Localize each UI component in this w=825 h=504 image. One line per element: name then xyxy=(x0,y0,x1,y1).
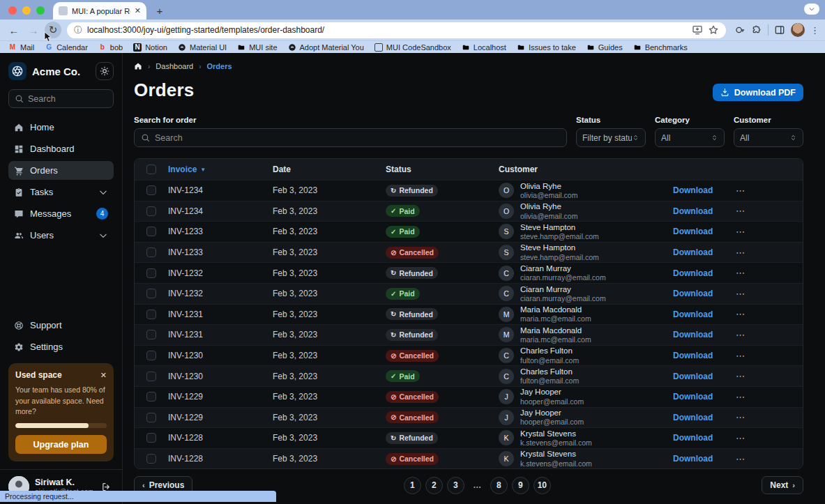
page-button-10[interactable]: 10 xyxy=(533,477,551,494)
row-menu-icon[interactable]: ⋯ xyxy=(726,392,803,402)
row-download-link[interactable]: Download xyxy=(673,372,726,381)
row-checkbox[interactable] xyxy=(146,372,156,381)
browser-menu-icon[interactable]: ⋮ xyxy=(810,25,819,36)
breadcrumb-dashboard[interactable]: Dashboard xyxy=(156,62,193,70)
sidebar-item-home[interactable]: Home xyxy=(8,118,114,137)
sidebar-item-users[interactable]: Users xyxy=(8,226,114,245)
side-panel-icon[interactable] xyxy=(774,24,785,36)
row-download-link[interactable]: Download xyxy=(673,413,726,422)
bookmark-item[interactable]: Localhost xyxy=(462,43,506,52)
download-pdf-button[interactable]: Download PDF xyxy=(713,84,803,101)
row-menu-icon[interactable]: ⋯ xyxy=(726,247,803,258)
company-logo-button[interactable] xyxy=(8,62,27,80)
row-checkbox[interactable] xyxy=(146,268,156,278)
row-checkbox[interactable] xyxy=(146,330,156,339)
page-button-1[interactable]: 1 xyxy=(404,477,421,494)
row-menu-icon[interactable]: ⋯ xyxy=(726,206,803,216)
page-button-3[interactable]: 3 xyxy=(447,477,464,494)
order-search-input[interactable]: Search xyxy=(134,128,567,147)
bookmark-item[interactable]: G Calendar xyxy=(45,43,88,52)
bookmark-item[interactable]: N Notion xyxy=(133,43,167,52)
row-menu-icon[interactable]: ⋯ xyxy=(726,185,803,196)
bookmark-item[interactable]: Benchmarks xyxy=(633,43,688,52)
row-checkbox[interactable] xyxy=(146,392,156,402)
select-all-checkbox[interactable] xyxy=(146,165,156,174)
new-tab-button[interactable]: + xyxy=(152,3,167,18)
row-menu-icon[interactable]: ⋯ xyxy=(726,351,803,361)
status-filter-select[interactable]: Filter by status xyxy=(576,128,646,147)
row-download-link[interactable]: Download xyxy=(673,268,726,278)
row-checkbox[interactable] xyxy=(146,247,156,257)
row-menu-icon[interactable]: ⋯ xyxy=(726,289,803,299)
bookmark-item[interactable]: Issues to take xyxy=(517,43,576,52)
row-download-link[interactable]: Download xyxy=(673,433,726,443)
row-menu-icon[interactable]: ⋯ xyxy=(726,268,803,278)
home-icon[interactable] xyxy=(134,62,142,70)
row-checkbox[interactable] xyxy=(146,227,156,236)
row-checkbox[interactable] xyxy=(146,351,156,360)
close-icon[interactable]: ✕ xyxy=(100,371,107,380)
row-menu-icon[interactable]: ⋯ xyxy=(726,309,803,319)
color-mode-toggle[interactable] xyxy=(96,62,114,80)
extensions-puzzle-icon[interactable] xyxy=(751,24,762,36)
row-checkbox[interactable] xyxy=(146,185,156,195)
customer-filter-select[interactable]: All xyxy=(734,128,803,147)
sidebar-item-messages[interactable]: Messages 4 xyxy=(8,204,114,223)
row-menu-icon[interactable]: ⋯ xyxy=(726,330,803,340)
row-checkbox[interactable] xyxy=(146,289,156,298)
browser-tab[interactable]: MUI: A popular React UI fram ✕ xyxy=(53,2,146,20)
minimize-window-button[interactable] xyxy=(22,6,31,15)
row-download-link[interactable]: Download xyxy=(673,310,726,319)
sidebar-item-orders[interactable]: Orders xyxy=(8,161,114,180)
row-download-link[interactable]: Download xyxy=(673,206,726,216)
upgrade-plan-button[interactable]: Upgrade plan xyxy=(15,435,107,454)
bookmark-item[interactable]: M Mail xyxy=(8,43,34,52)
row-checkbox[interactable] xyxy=(146,433,156,443)
page-button-9[interactable]: 9 xyxy=(512,477,529,494)
close-window-button[interactable] xyxy=(8,6,17,15)
page-button-8[interactable]: 8 xyxy=(490,477,508,494)
passkey-icon[interactable] xyxy=(734,24,745,36)
row-download-link[interactable]: Download xyxy=(673,454,726,464)
row-menu-icon[interactable]: ⋯ xyxy=(726,371,803,381)
page-button-2[interactable]: 2 xyxy=(425,477,443,494)
bookmark-item[interactable]: b bob xyxy=(98,43,123,52)
bookmark-item[interactable]: Adopt Material You xyxy=(288,43,364,52)
maximize-window-button[interactable] xyxy=(36,6,45,15)
bookmark-item[interactable]: Material UI xyxy=(178,43,227,52)
invoice-column-header[interactable]: Invoice ▼ xyxy=(168,165,273,174)
sidebar-item-tasks[interactable]: Tasks xyxy=(8,183,114,201)
next-page-button[interactable]: Next › xyxy=(762,476,803,494)
row-download-link[interactable]: Download xyxy=(673,247,726,257)
bookmark-star-icon[interactable] xyxy=(708,24,719,36)
row-menu-icon[interactable]: ⋯ xyxy=(726,454,803,464)
row-download-link[interactable]: Download xyxy=(673,289,726,298)
bookmark-item[interactable]: MUI CodeSandbox xyxy=(374,43,451,52)
sidebar-item-settings[interactable]: Settings xyxy=(8,337,114,356)
row-menu-icon[interactable]: ⋯ xyxy=(726,433,803,443)
row-download-link[interactable]: Download xyxy=(673,227,726,236)
row-checkbox[interactable] xyxy=(146,454,156,464)
site-info-icon[interactable]: ⓘ xyxy=(74,24,82,36)
bookmark-item[interactable]: Guides xyxy=(586,43,623,52)
install-icon[interactable] xyxy=(692,24,703,36)
bookmark-item[interactable]: MUI site xyxy=(237,43,277,52)
forward-button[interactable]: → xyxy=(25,22,42,38)
row-checkbox[interactable] xyxy=(146,310,156,319)
tab-close-icon[interactable]: ✕ xyxy=(135,6,141,15)
row-menu-icon[interactable]: ⋯ xyxy=(726,227,803,237)
window-controls[interactable] xyxy=(8,6,45,15)
row-checkbox[interactable] xyxy=(146,413,156,422)
row-menu-icon[interactable]: ⋯ xyxy=(726,412,803,422)
sidebar-search-input[interactable]: Search xyxy=(8,89,114,108)
row-checkbox[interactable] xyxy=(146,206,156,216)
row-download-link[interactable]: Download xyxy=(673,392,726,402)
category-filter-select[interactable]: All xyxy=(655,128,725,147)
browser-profile-avatar[interactable] xyxy=(791,23,805,37)
row-download-link[interactable]: Download xyxy=(673,185,726,195)
tab-search-button[interactable] xyxy=(804,3,819,15)
row-download-link[interactable]: Download xyxy=(673,330,726,339)
sidebar-item-dashboard[interactable]: Dashboard xyxy=(8,139,114,158)
sidebar-item-support[interactable]: Support xyxy=(8,316,114,335)
address-bar[interactable]: ⓘ localhost:3000/joy-ui/getting-started/… xyxy=(67,22,726,38)
